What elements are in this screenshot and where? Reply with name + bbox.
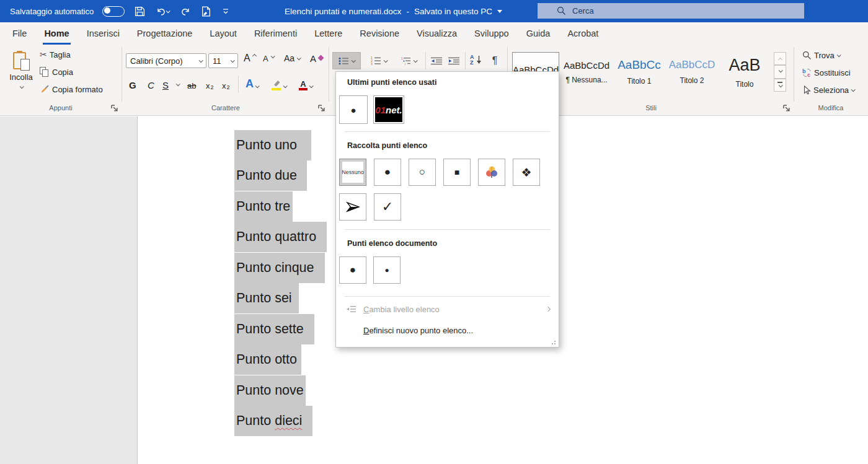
subscript-button[interactable]: x2 [206,76,214,92]
tab-layout[interactable]: Layout [201,22,246,45]
clear-formatting-button[interactable]: A [310,53,323,64]
tab-revisione[interactable]: Revisione [351,22,408,45]
italic-button[interactable]: C [148,76,154,92]
numbering-chevron[interactable] [384,58,388,63]
change-case-button[interactable]: Aa [284,53,300,63]
tab-progettazione[interactable]: Progettazione [128,22,201,45]
font-size-combo[interactable]: 11 [208,53,238,68]
decrease-indent-button[interactable] [429,52,444,69]
increase-indent-button[interactable] [446,52,461,69]
paste-label: Incolla [9,72,33,82]
style-chip-titolo-2[interactable]: AaBbCcD Titolo 2 [666,52,717,92]
tab-file[interactable]: File [4,22,35,45]
autosave-toggle[interactable] [102,6,125,17]
cut-button[interactable]: ✂ Taglia [40,50,71,59]
bullet-option-four-diamonds[interactable]: ❖ [513,159,540,186]
font-color-button[interactable]: A [299,76,312,92]
select-button[interactable]: Seleziona [802,85,854,95]
doc-line-2[interactable]: Punto due [234,160,307,191]
doc-bullet-large-dot[interactable]: ● [339,256,366,284]
resize-grip[interactable] [551,339,556,344]
tab-sviluppo[interactable]: Sviluppo [466,22,518,45]
doc-line-7[interactable]: Punto sette [234,314,314,344]
superscript-button[interactable]: x2 [222,76,230,92]
doc-line-3[interactable]: Punto tre [234,191,293,222]
bullets-button[interactable] [332,52,361,69]
replace-button[interactable]: bc Sostituisci [802,68,851,77]
save-button[interactable] [133,3,146,19]
doc-line-10[interactable]: Punto dieci [234,406,312,436]
style-chip-titolo[interactable]: AaB Titolo [719,52,770,92]
doc-line-9[interactable]: Punto nove [234,375,306,406]
search-input[interactable] [572,6,783,15]
tab-home[interactable]: Home [35,22,78,45]
underline-chevron[interactable] [176,82,180,86]
doc-line-5[interactable]: Punto cinque [234,253,325,283]
find-chevron [836,53,841,57]
bullet-option-checkmark[interactable]: ✓ [374,193,401,221]
ribbon-tab-row: File Home Inserisci Progettazione Layout… [0,22,868,45]
multilevel-chevron[interactable] [413,58,417,63]
highlight-button[interactable] [272,76,286,92]
numbering-button[interactable]: 123 [365,52,393,69]
redo-icon [180,7,190,16]
styles-scroll-down-button[interactable] [774,65,786,78]
style-chip-titolo-1[interactable]: AaBbCc Titolo 1 [614,52,665,92]
find-button[interactable]: Trova [802,51,840,60]
tab-riferimenti[interactable]: Riferimenti [246,22,306,45]
recent-bullet-image-01net[interactable]: 01net. [373,95,404,124]
doc-line-8[interactable]: Punto otto [234,344,301,375]
style-chip-nessuna-spaziatura[interactable]: AaBbCcDd ¶ Nessuna... [561,52,612,92]
document-tool-button[interactable] [200,3,212,19]
styles-gallery-scroll [774,52,786,92]
search-box[interactable] [538,3,804,19]
tab-visualizza[interactable]: Visualizza [408,22,466,45]
tab-acrobat[interactable]: Acrobat [559,22,607,45]
bold-button[interactable]: G [129,76,136,92]
shrink-font-button[interactable]: A [263,54,274,63]
bullet-option-arrowhead[interactable] [339,193,366,221]
paste-button[interactable]: Incolla [5,48,37,102]
bullet-option-open-circle[interactable]: ○ [409,159,436,186]
doc-bullet-small-dot[interactable]: ● [373,256,401,284]
customize-qat-button[interactable] [221,3,231,19]
underline-button[interactable]: S [162,76,169,92]
multilevel-list-button[interactable]: 1ai [396,52,422,69]
document-left-margin [0,116,138,464]
sort-icon: A Z [470,55,482,66]
show-paragraph-marks-button[interactable]: ¶ [487,52,502,69]
styles-gallery-more-button[interactable] [774,79,786,92]
doc-line-6[interactable]: Punto sei [234,283,299,313]
doc-line-1[interactable]: Punto uno [234,130,311,160]
recent-bullet-dot[interactable]: ● [339,95,368,124]
bullet-option-square[interactable]: ■ [443,159,471,186]
pilcrow-icon: ¶ [492,55,498,66]
tab-lettere[interactable]: Lettere [306,22,351,45]
bullets-chevron[interactable] [352,58,356,63]
doc-line-4[interactable]: Punto quattro [234,222,327,252]
sort-button[interactable]: A Z [467,52,485,69]
undo-button[interactable] [155,3,170,19]
clipboard-dialog-launcher-icon[interactable] [110,104,119,113]
define-new-bullet-item[interactable]: Definisci nuovo punto elenco... [336,321,559,339]
document-title-menu[interactable]: Elenchi puntati e numerati.docx - Salvat… [285,0,502,22]
text-effects-button[interactable]: A [246,76,259,92]
tab-guida[interactable]: Guida [518,22,559,45]
misspelled-word: dieci [275,413,302,428]
editing-group-label: Modifica [796,104,866,112]
format-painter-button[interactable]: Copia formato [40,84,103,94]
styles-dialog-launcher-icon[interactable] [782,104,791,113]
copy-button[interactable]: Copia [40,67,73,77]
svg-text:b: b [802,68,806,74]
styles-scroll-up-button[interactable] [774,52,786,65]
bullet-option-filled-circle[interactable]: ● [374,159,401,186]
redo-button[interactable] [179,3,192,19]
strikethrough-button[interactable]: ab [187,76,196,92]
tab-inserisci[interactable]: Inserisci [78,22,128,45]
bullet-option-color-flower[interactable] [478,159,505,186]
find-icon [802,51,812,60]
font-dialog-launcher-icon[interactable] [317,104,326,113]
font-name-combo[interactable]: Calibri (Corpo) [126,53,206,68]
bullet-option-none[interactable]: Nessuno [339,159,366,186]
grow-font-button[interactable]: A [244,53,256,64]
